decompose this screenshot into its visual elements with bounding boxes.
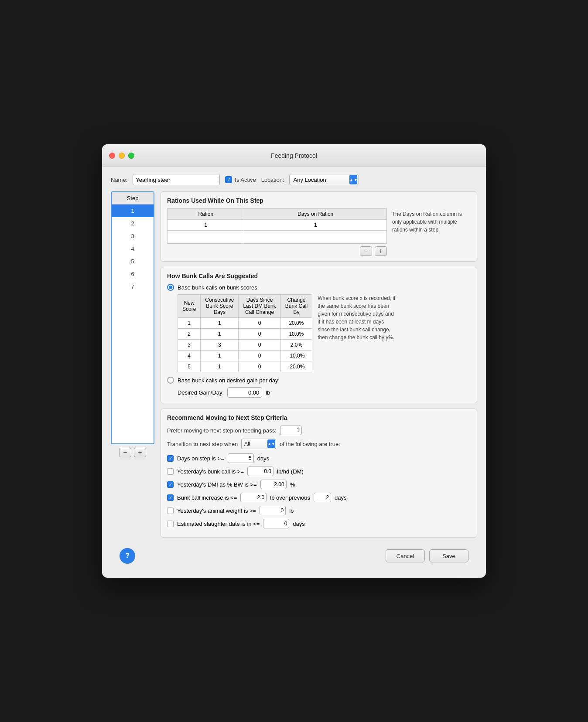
bunk-layout: NewScore ConsecutiveBunk ScoreDays Days …: [167, 294, 471, 372]
radio-bunk-score[interactable]: [167, 284, 174, 291]
criteria-value-6[interactable]: [263, 519, 289, 528]
rations-layout: Ration Days on Ration 1 1: [167, 208, 471, 256]
rations-col-days: Days on Ration: [244, 209, 387, 220]
criteria-value-5[interactable]: [260, 506, 286, 515]
is-active-label: Is Active: [235, 177, 256, 183]
step-item-2[interactable]: 2: [112, 217, 154, 230]
name-input[interactable]: [133, 174, 220, 185]
table-row: 3 3 0 2.0%: [178, 340, 312, 351]
bunk-row-1-days: 0: [239, 318, 280, 329]
traffic-lights: [109, 153, 134, 159]
bunk-row-2-change: 10.0%: [280, 329, 312, 340]
desired-gain-label: Desired Gain/Day:: [178, 389, 224, 396]
top-bar: Name: ✓ Is Active Location: Any Location…: [111, 174, 477, 185]
radio-desired-gain[interactable]: [167, 377, 174, 384]
desired-gain-unit: lb: [266, 389, 270, 396]
criteria-row-6: Estimated slaughter date is in <= days: [167, 519, 471, 528]
steps-header: Step: [112, 192, 154, 204]
criteria-checkbox-6[interactable]: [167, 521, 174, 527]
step-item-7[interactable]: 7: [112, 280, 154, 293]
criteria-row-5: Yesterday's animal weight is >= lb: [167, 506, 471, 515]
cancel-button[interactable]: Cancel: [386, 549, 425, 562]
steps-panel: Step 1 2 3 4 5 6 7 − +: [111, 191, 154, 543]
radio-desired-gain-label: Base bunk calls on desired gain per day:: [178, 377, 280, 384]
bunk-section-title: How Bunk Calls Are Suggested: [167, 272, 471, 279]
criteria-value-4[interactable]: [240, 493, 267, 502]
days-cell-1: 1: [244, 220, 387, 231]
rations-table-controls: − +: [167, 246, 387, 256]
ration-cell-1: 1: [168, 220, 244, 231]
table-row: 5 1 0 -20.0%: [178, 361, 312, 372]
criteria-unit-1: days: [257, 455, 269, 462]
is-active-checkbox[interactable]: ✓: [225, 176, 232, 183]
prefer-label: Prefer moving to next step on feeding pa…: [167, 427, 277, 434]
step-item-6[interactable]: 6: [112, 268, 154, 280]
criteria-label-3: Yesterday's DMI as % BW is >=: [177, 481, 257, 488]
step-item-4[interactable]: 4: [112, 242, 154, 255]
criteria-unit-2: lb/hd (DM): [277, 468, 304, 475]
criteria-value-2[interactable]: [247, 467, 273, 476]
criteria-row-2: Yesterday's bunk call is >= lb/hd (DM): [167, 467, 471, 476]
bunk-row-4-score: 4: [178, 351, 201, 361]
remove-ration-button[interactable]: −: [360, 246, 372, 256]
window-title: Feeding Protocol: [271, 152, 317, 159]
transition-dropdown[interactable]: All Any: [241, 439, 276, 449]
titlebar: Feeding Protocol: [102, 144, 486, 167]
bunk-info: When bunk score x is recorded, if the sa…: [318, 294, 396, 341]
fullscreen-button[interactable]: [128, 153, 134, 159]
bunk-table-wrapper: NewScore ConsecutiveBunk ScoreDays Days …: [178, 294, 312, 372]
rations-col-ration: Ration: [168, 209, 244, 220]
add-ration-button[interactable]: +: [375, 246, 387, 256]
desired-gain-input[interactable]: [227, 387, 262, 398]
step-item-3[interactable]: 3: [112, 230, 154, 242]
step-item-5[interactable]: 5: [112, 255, 154, 268]
location-select[interactable]: Any Location: [289, 174, 359, 185]
step-item-1[interactable]: 1: [112, 204, 154, 217]
bunk-section: How Bunk Calls Are Suggested Base bunk c…: [161, 267, 477, 403]
transition-label: Transition to next step when: [167, 441, 238, 447]
bunk-row-1-consec: 1: [201, 318, 239, 329]
radio-bunk-score-option: Base bunk calls on bunk scores:: [167, 284, 471, 291]
remove-step-button[interactable]: −: [119, 448, 131, 457]
criteria-label-1: Days on step is >=: [177, 455, 224, 462]
content-area: Name: ✓ Is Active Location: Any Location…: [102, 167, 486, 578]
bunk-row-5-consec: 1: [201, 361, 239, 372]
bunk-row-3-days: 0: [239, 340, 280, 351]
help-button[interactable]: ?: [120, 548, 135, 564]
bunk-col-days-since: Days SinceLast DM BunkCall Change: [239, 295, 280, 318]
table-row-empty: [168, 231, 387, 244]
prefer-row: Prefer moving to next step on feeding pa…: [167, 426, 471, 435]
rations-section: Rations Used While On This Step Ration D…: [161, 191, 477, 262]
radio-bunk-score-label: Base bunk calls on bunk scores:: [178, 284, 259, 291]
is-active-container: ✓ Is Active: [225, 176, 256, 183]
criteria-checkbox-3[interactable]: ✓: [167, 481, 174, 488]
criteria-unit-4: lb over previous: [270, 494, 310, 501]
bunk-table: NewScore ConsecutiveBunk ScoreDays Days …: [178, 294, 312, 372]
criteria-extra-value-4[interactable]: [314, 493, 331, 502]
bunk-col-score: NewScore: [178, 295, 201, 318]
criteria-section: Recommend Moving to Next Step Criteria P…: [161, 409, 477, 538]
criteria-label-2: Yesterday's bunk call is >=: [177, 468, 244, 475]
add-step-button[interactable]: +: [134, 448, 146, 457]
criteria-checkbox-1[interactable]: ✓: [167, 455, 174, 462]
bunk-row-4-change: -10.0%: [280, 351, 312, 361]
bunk-row-1-change: 20.0%: [280, 318, 312, 329]
minimize-button[interactable]: [119, 153, 125, 159]
bunk-col-consecutive: ConsecutiveBunk ScoreDays: [201, 295, 239, 318]
bunk-row-4-consec: 1: [201, 351, 239, 361]
bunk-col-change: ChangeBunk CallBy: [280, 295, 312, 318]
location-select-wrapper: Any Location ▲▼: [289, 174, 359, 185]
location-label: Location:: [261, 177, 284, 183]
rations-section-title: Rations Used While On This Step: [167, 197, 471, 204]
criteria-label-4: Bunk call increase is <=: [177, 494, 237, 501]
transition-row: Transition to next step when All Any ▲▼ …: [167, 439, 471, 449]
criteria-checkbox-4[interactable]: ✓: [167, 494, 174, 501]
criteria-checkbox-5[interactable]: [167, 507, 174, 514]
criteria-value-1[interactable]: [228, 453, 254, 463]
prefer-input[interactable]: [280, 426, 302, 435]
save-button[interactable]: Save: [429, 549, 468, 562]
criteria-value-3[interactable]: [260, 480, 287, 489]
close-button[interactable]: [109, 153, 115, 159]
criteria-checkbox-2[interactable]: [167, 468, 174, 475]
table-row: 2 1 0 10.0%: [178, 329, 312, 340]
